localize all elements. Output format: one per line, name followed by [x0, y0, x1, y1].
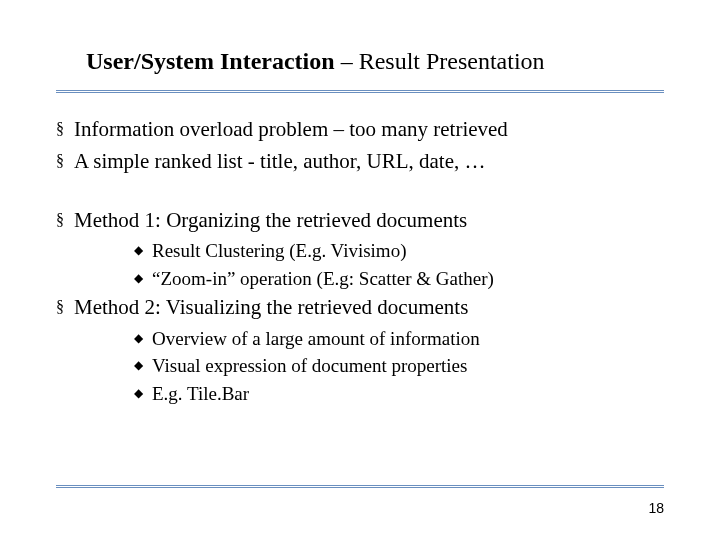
- sub-list-item-text: “Zoom-in” operation (E.g: Scatter & Gath…: [152, 266, 664, 292]
- list-item-text: Information overload problem – too many …: [74, 115, 664, 143]
- section-icon: §: [56, 206, 74, 231]
- section-icon: §: [56, 147, 74, 172]
- sub-list-item: ◆ “Zoom-in” operation (E.g: Scatter & Ga…: [134, 266, 664, 292]
- spacer: [56, 180, 664, 206]
- content: § Information overload problem – too man…: [56, 115, 664, 409]
- diamond-icon: ◆: [134, 266, 152, 286]
- divider-bottom: [56, 485, 664, 488]
- sub-list-item-text: Result Clustering (E.g. Vivisimo): [152, 238, 664, 264]
- sub-list-item-text: Visual expression of document properties: [152, 353, 664, 379]
- list-item-text: Method 2: Visualizing the retrieved docu…: [74, 293, 664, 321]
- sub-list-item-text: Overview of a large amount of informatio…: [152, 326, 664, 352]
- list-item: § Method 1: Organizing the retrieved doc…: [56, 206, 664, 234]
- diamond-icon: ◆: [134, 238, 152, 258]
- slide: User/System Interaction – Result Present…: [0, 0, 720, 540]
- sub-list-item-text: E.g. Tile.Bar: [152, 381, 664, 407]
- list-item: § Method 2: Visualizing the retrieved do…: [56, 293, 664, 321]
- list-item-text: Method 1: Organizing the retrieved docum…: [74, 206, 664, 234]
- page-number: 18: [648, 500, 664, 516]
- sub-list-item: ◆ Visual expression of document properti…: [134, 353, 664, 379]
- diamond-icon: ◆: [134, 381, 152, 401]
- list-item: § Information overload problem – too man…: [56, 115, 664, 143]
- slide-title: User/System Interaction – Result Present…: [86, 48, 680, 75]
- title-rest: – Result Presentation: [335, 48, 545, 74]
- title-bold: User/System Interaction: [86, 48, 335, 74]
- sub-list-item: ◆ E.g. Tile.Bar: [134, 381, 664, 407]
- diamond-icon: ◆: [134, 326, 152, 346]
- diamond-icon: ◆: [134, 353, 152, 373]
- sub-list-item: ◆ Overview of a large amount of informat…: [134, 326, 664, 352]
- section-icon: §: [56, 293, 74, 318]
- section-icon: §: [56, 115, 74, 140]
- sub-list-item: ◆ Result Clustering (E.g. Vivisimo): [134, 238, 664, 264]
- divider-top: [56, 90, 664, 93]
- list-item-text: A simple ranked list - title, author, UR…: [74, 147, 664, 175]
- list-item: § A simple ranked list - title, author, …: [56, 147, 664, 175]
